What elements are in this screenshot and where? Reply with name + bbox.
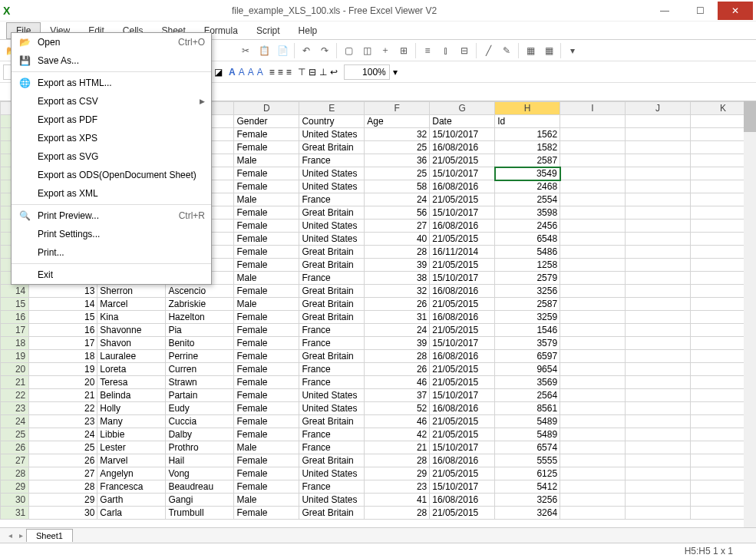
cell[interactable] [560,259,626,272]
cell[interactable]: 16/08/2016 [430,350,495,363]
cell[interactable] [626,167,691,180]
file-menu-print-settings-[interactable]: Print Settings... [12,225,211,243]
cell[interactable]: Shavonne [97,324,166,337]
cell[interactable]: 37 [365,389,430,402]
cell[interactable]: 1258 [495,259,560,272]
cell[interactable]: 14 [29,298,97,311]
cell[interactable]: Perrine [166,350,234,363]
cell[interactable]: 24 [29,428,97,441]
cell[interactable] [560,480,626,494]
cell[interactable]: 15/10/2017 [430,167,495,180]
cell[interactable]: Female [234,428,299,441]
sheet-tab[interactable]: Sheet1 [26,529,73,542]
cell[interactable] [626,337,691,350]
cell[interactable]: Angelyn [97,467,166,480]
cell[interactable]: United States [299,220,365,233]
cell[interactable]: 39 [365,337,430,350]
cell[interactable]: 39 [365,259,430,272]
cell[interactable]: 24 [365,193,430,206]
cell[interactable]: 21 [365,441,430,454]
cell[interactable] [626,389,691,402]
cell[interactable]: Male [234,494,299,507]
cell[interactable] [560,324,626,337]
cell[interactable] [626,350,691,363]
cell[interactable] [560,220,626,233]
cell[interactable]: 15/10/2017 [430,272,495,285]
cell[interactable]: Female [234,285,299,298]
line-icon[interactable]: ╱ [480,42,497,59]
cell[interactable]: Cuccia [166,415,234,428]
cell[interactable]: 16/08/2016 [430,220,495,233]
cell[interactable]: 1546 [495,324,560,337]
col-header-E[interactable]: E [299,102,365,115]
cell[interactable]: United States [299,402,365,415]
table2-icon[interactable]: ▦ [540,42,557,59]
cell[interactable]: 21/05/2015 [430,154,495,167]
cell[interactable] [560,507,626,520]
cell[interactable]: 2579 [495,272,560,285]
row-header-27[interactable]: 27 [1,454,29,467]
copy-icon[interactable]: 📋 [256,42,272,59]
cell[interactable]: Female [234,246,299,259]
cell[interactable]: 19 [29,363,97,376]
cell[interactable]: 2554 [495,193,560,206]
row-header-22[interactable]: 22 [1,389,29,402]
cell[interactable]: Female [234,363,299,376]
file-menu-print-preview-[interactable]: 🔍Print Preview...Ctrl+R [12,206,211,225]
cell[interactable]: Female [234,467,299,480]
cell[interactable] [560,415,626,428]
cell[interactable]: Female [234,180,299,193]
cell[interactable]: Female [234,311,299,324]
cell[interactable] [560,272,626,285]
align-center-icon[interactable]: ≡ [278,67,283,78]
valign-bot-icon[interactable]: ⊥ [319,67,327,78]
cell[interactable]: 5412 [495,480,560,494]
col-header-H[interactable]: H [495,102,560,115]
row-header-28[interactable]: 28 [1,467,29,480]
cell[interactable]: 6125 [495,467,560,480]
cell[interactable]: Beaudreau [166,480,234,494]
cell[interactable]: Partain [166,389,234,402]
cell[interactable]: 3549 [495,167,560,180]
cell[interactable]: Trumbull [166,507,234,520]
cell[interactable]: Gangi [166,494,234,507]
cell[interactable] [560,180,626,193]
cell[interactable]: Zabriskie [166,298,234,311]
table1-icon[interactable]: ▦ [522,42,539,59]
menu-script[interactable]: Script [247,23,289,38]
cell[interactable] [560,233,626,246]
close-button[interactable]: ✕ [718,2,753,20]
cell[interactable]: 58 [365,180,430,193]
cell[interactable]: 18 [29,350,97,363]
merge-icon[interactable]: ⊟ [456,42,473,59]
tab-nav-prev-icon[interactable]: ▸ [15,531,26,540]
cell[interactable]: 28 [365,350,430,363]
cell[interactable]: Great Britain [299,298,365,311]
file-menu-export-as-xml[interactable]: Export as XML [12,184,211,203]
cell[interactable]: Shavon [97,337,166,350]
cell[interactable]: Female [234,324,299,337]
cell[interactable] [626,441,691,454]
file-menu-export-as-svg[interactable]: Export as SVG [12,147,211,166]
cell[interactable]: 15/10/2017 [430,337,495,350]
cell[interactable]: Marvel [97,454,166,467]
file-menu-export-as-xps[interactable]: Export as XPS [12,129,211,147]
cell[interactable]: Great Britain [299,350,365,363]
cell[interactable]: Ascencio [166,285,234,298]
cell[interactable]: 2587 [495,298,560,311]
col-header-G[interactable]: G [430,102,495,115]
cell[interactable]: United States [299,167,365,180]
cell[interactable]: Prothro [166,441,234,454]
cell[interactable]: 30 [29,507,97,520]
cell[interactable] [626,259,691,272]
zoom-input[interactable] [344,64,390,80]
cell[interactable] [626,141,691,154]
cell[interactable]: Gender [234,115,299,128]
cell[interactable]: 23 [365,480,430,494]
row-header-21[interactable]: 21 [1,376,29,389]
cell[interactable]: Female [234,337,299,350]
cell[interactable] [560,285,626,298]
row-header-20[interactable]: 20 [1,363,29,376]
col-header-J[interactable]: J [626,102,691,115]
cell[interactable]: 2456 [495,220,560,233]
